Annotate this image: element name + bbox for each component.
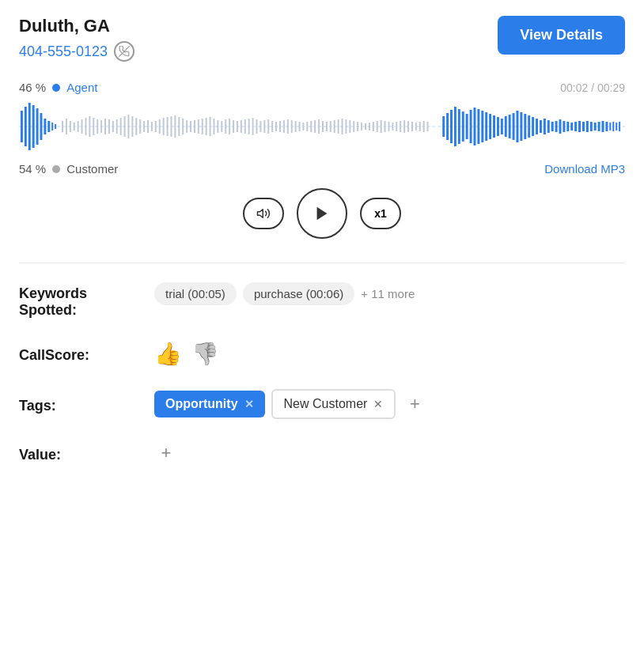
value-label: Value: (19, 444, 142, 463)
customer-dot (52, 165, 60, 173)
volume-button[interactable] (243, 198, 284, 229)
svg-rect-18 (85, 118, 86, 135)
svg-rect-30 (131, 116, 133, 137)
svg-rect-103 (415, 123, 417, 130)
waveform[interactable] (19, 99, 625, 154)
svg-rect-68 (279, 121, 281, 132)
download-mp3-link[interactable]: Download MP3 (544, 162, 625, 176)
svg-rect-47 (198, 119, 199, 134)
svg-rect-89 (361, 123, 362, 130)
svg-rect-51 (214, 119, 215, 134)
agent-row: 46 % Agent 00:02 / 00:29 (19, 81, 625, 94)
svg-rect-52 (217, 120, 218, 133)
keywords-section: Keywords Spotted: trial (00:05) purchase… (19, 282, 625, 319)
more-keywords-label[interactable]: + 11 more (361, 287, 415, 300)
svg-rect-100 (403, 120, 405, 133)
svg-rect-83 (338, 119, 339, 134)
svg-rect-27 (120, 118, 122, 135)
svg-rect-63 (259, 121, 261, 132)
svg-rect-113 (466, 114, 468, 139)
svg-rect-112 (462, 111, 464, 142)
remove-opportunity-tag[interactable]: ✕ (244, 398, 254, 410)
svg-rect-41 (174, 115, 176, 138)
svg-rect-70 (287, 119, 289, 134)
svg-rect-48 (202, 119, 203, 134)
svg-rect-108 (446, 113, 449, 140)
svg-rect-142 (578, 121, 581, 132)
svg-rect-129 (528, 115, 530, 138)
svg-rect-77 (314, 120, 316, 133)
svg-rect-28 (124, 116, 126, 137)
svg-rect-144 (586, 121, 589, 132)
svg-rect-147 (598, 122, 600, 131)
svg-rect-122 (501, 119, 503, 134)
add-value-button[interactable]: + (154, 441, 178, 465)
svg-rect-118 (485, 112, 487, 141)
thumbs-up-button[interactable]: 👍 (154, 341, 182, 367)
svg-rect-11 (55, 124, 56, 129)
svg-marker-155 (317, 207, 328, 221)
svg-rect-60 (248, 119, 250, 134)
svg-rect-15 (74, 123, 75, 130)
svg-rect-19 (89, 116, 90, 137)
playback-controls: x1 (19, 188, 625, 239)
keywords-tags: trial (00:05) purchase (00:06) + 11 more (154, 282, 415, 305)
svg-rect-49 (206, 118, 207, 135)
svg-rect-67 (275, 122, 277, 131)
svg-rect-37 (159, 119, 161, 134)
svg-rect-96 (388, 122, 389, 131)
audio-section: 46 % Agent 00:02 / 00:29 (19, 81, 625, 239)
svg-rect-137 (559, 119, 562, 134)
tags-group: Opportunity ✕ New Customer ✕ + (154, 389, 427, 419)
svg-rect-29 (127, 115, 129, 138)
svg-rect-99 (400, 121, 401, 132)
svg-rect-58 (241, 120, 242, 133)
svg-rect-22 (100, 120, 102, 133)
location: Duluth, GA (19, 16, 134, 36)
svg-rect-128 (524, 114, 526, 139)
svg-rect-17 (81, 119, 83, 134)
svg-rect-132 (540, 120, 542, 133)
speed-button[interactable]: x1 (360, 198, 401, 229)
svg-rect-3 (25, 107, 27, 146)
svg-rect-101 (407, 121, 409, 132)
svg-rect-139 (566, 122, 569, 131)
remove-new-customer-tag[interactable]: ✕ (373, 398, 383, 410)
svg-rect-56 (233, 120, 234, 133)
svg-rect-24 (108, 119, 110, 134)
add-tag-button[interactable]: + (402, 391, 427, 417)
svg-rect-42 (178, 117, 180, 136)
header: Duluth, GA 404-555-0123 View Details (19, 16, 625, 62)
svg-rect-87 (353, 121, 354, 132)
svg-rect-152 (616, 123, 617, 130)
tags-section: Tags: Opportunity ✕ New Customer ✕ + (19, 389, 625, 419)
svg-marker-154 (258, 210, 263, 218)
time-display: 00:02 / 00:29 (560, 81, 625, 94)
view-details-button[interactable]: View Details (498, 16, 625, 55)
agent-left: 46 % Agent (19, 81, 97, 94)
svg-rect-46 (194, 120, 195, 133)
play-button[interactable] (297, 188, 347, 239)
thumbs-down-button[interactable]: 👎 (191, 341, 219, 367)
svg-rect-34 (147, 120, 149, 133)
waveform-svg (19, 99, 625, 154)
svg-rect-135 (551, 122, 554, 131)
svg-rect-50 (210, 117, 211, 136)
svg-rect-45 (190, 121, 191, 132)
phone-number: 404-555-0123 (19, 43, 108, 60)
svg-rect-32 (139, 119, 141, 134)
agent-percent: 46 % (19, 81, 46, 94)
svg-rect-64 (263, 120, 265, 133)
svg-rect-7 (40, 113, 43, 140)
svg-rect-127 (520, 112, 522, 141)
svg-rect-78 (318, 119, 320, 134)
svg-rect-39 (167, 117, 169, 136)
svg-rect-104 (419, 122, 421, 131)
svg-rect-124 (509, 115, 511, 138)
svg-rect-93 (377, 121, 378, 132)
svg-rect-73 (299, 122, 301, 131)
svg-rect-8 (44, 119, 46, 134)
svg-rect-130 (532, 117, 534, 136)
svg-rect-146 (594, 123, 597, 130)
svg-rect-138 (563, 121, 565, 132)
